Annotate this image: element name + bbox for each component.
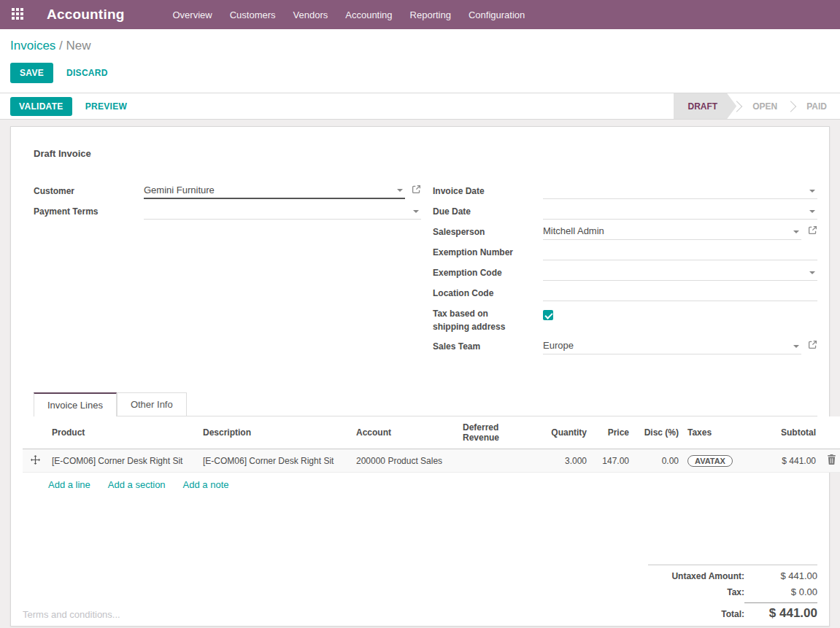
total-label: Total: [721, 609, 744, 619]
invoice-date-input[interactable] [543, 182, 817, 199]
field-tax-shipping: Tax based on shipping address [433, 304, 817, 336]
terms-and-conditions-input[interactable] [23, 609, 490, 620]
payment-terms-input[interactable] [144, 202, 421, 220]
tab-invoice-lines[interactable]: Invoice Lines [34, 392, 117, 416]
tax-shipping-checkbox[interactable] [543, 310, 553, 320]
field-exemption-number: Exemption Number [433, 243, 817, 263]
menu-customers[interactable]: Customers [224, 5, 282, 25]
exemption-code-label: Exemption Code [433, 263, 543, 279]
status-steps: DRAFT OPEN PAID [674, 93, 840, 119]
app-brand-title[interactable]: Accounting [47, 7, 125, 23]
right-field-group: Invoice Date Due Date Salesperson [433, 182, 817, 357]
dropdown-caret-icon[interactable] [413, 210, 419, 213]
apps-menu-icon[interactable] [12, 8, 25, 21]
tax-badge[interactable]: AVATAX [687, 455, 733, 467]
status-step-paid[interactable]: PAID [790, 93, 840, 119]
dropdown-caret-icon[interactable] [793, 345, 799, 348]
preview-button[interactable]: PREVIEW [78, 96, 134, 117]
status-step-open[interactable]: OPEN [736, 93, 790, 119]
add-a-line-link[interactable]: Add a line [48, 479, 90, 490]
location-code-input[interactable] [543, 284, 817, 301]
field-salesperson: Salesperson Mitchell Admin [433, 222, 817, 242]
salesperson-input[interactable]: Mitchell Admin [543, 222, 801, 240]
menu-overview[interactable]: Overview [167, 5, 218, 25]
invoice-form-sheet: Draft Invoice Customer Gemini Furniture … [10, 126, 830, 627]
col-account[interactable]: Account [352, 416, 458, 449]
table-row[interactable]: [E-COM06] Corner Desk Right Sit [E-COM06… [23, 449, 840, 473]
dropdown-caret-icon[interactable] [809, 210, 815, 213]
left-field-group: Customer Gemini Furniture Payment Terms [34, 182, 421, 357]
save-button[interactable]: SAVE [10, 63, 53, 83]
external-link-icon[interactable] [808, 340, 817, 352]
invoice-date-label: Invoice Date [433, 182, 543, 198]
col-subtotal[interactable]: Subtotal [750, 416, 820, 449]
col-deferred-revenue[interactable]: Deferred Revenue [458, 416, 540, 449]
discard-button[interactable]: DISCARD [59, 63, 115, 83]
tax-shipping-label: Tax based on shipping address [433, 304, 531, 333]
menu-accounting[interactable]: Accounting [339, 5, 398, 25]
breadcrumb-invoices-link[interactable]: Invoices [10, 39, 55, 53]
table-header-row: Product Description Account Deferred Rev… [23, 416, 840, 449]
col-price[interactable]: Price [591, 416, 633, 449]
col-taxes[interactable]: Taxes [683, 416, 750, 449]
external-link-icon[interactable] [808, 225, 817, 237]
sales-team-label: Sales Team [433, 337, 543, 353]
menu-configuration[interactable]: Configuration [463, 5, 531, 25]
totals-panel: Untaxed Amount: $ 441.00 Tax: $ 0.00 Tot… [648, 565, 817, 621]
cell-quantity[interactable]: 3.000 [540, 449, 591, 473]
cell-product[interactable]: [E-COM06] Corner Desk Right Sit [47, 449, 199, 473]
exemption-code-input[interactable] [543, 263, 817, 281]
external-link-icon[interactable] [412, 185, 421, 196]
menu-vendors[interactable]: Vendors [288, 5, 334, 25]
dropdown-caret-icon[interactable] [809, 190, 815, 193]
invoice-lines-table: Product Description Account Deferred Rev… [23, 416, 840, 473]
add-a-note-link[interactable]: Add a note [183, 479, 229, 490]
col-description[interactable]: Description [199, 416, 352, 449]
notebook-tabs: Invoice Lines Other Info [34, 392, 817, 416]
breadcrumb-separator: / [59, 39, 63, 53]
customer-input[interactable]: Gemini Furniture [144, 182, 405, 199]
drag-handle-icon[interactable] [31, 455, 40, 467]
line-footer-links: Add a line Add a section Add a note [23, 473, 817, 497]
due-date-input[interactable] [543, 202, 817, 220]
add-a-section-link[interactable]: Add a section [108, 479, 166, 490]
cell-taxes[interactable]: AVATAX [683, 449, 750, 473]
due-date-label: Due Date [433, 202, 543, 218]
sales-team-input[interactable]: Europe [543, 337, 801, 354]
untaxed-amount-label: Untaxed Amount: [671, 571, 744, 581]
dropdown-caret-icon[interactable] [809, 271, 815, 274]
field-payment-terms: Payment Terms [34, 202, 421, 222]
cell-discount[interactable]: 0.00 [633, 449, 683, 473]
untaxed-amount-row: Untaxed Amount: $ 441.00 [648, 570, 817, 581]
field-grid: Customer Gemini Furniture Payment Terms [34, 182, 817, 357]
menu-reporting[interactable]: Reporting [404, 5, 457, 25]
status-step-draft[interactable]: DRAFT [674, 93, 737, 119]
control-panel: Invoices / New SAVE DISCARD [0, 29, 840, 93]
exemption-number-input[interactable] [543, 243, 817, 260]
total-value: $ 441.00 [744, 602, 817, 621]
cell-price[interactable]: 147.00 [591, 449, 633, 473]
col-quantity[interactable]: Quantity [540, 416, 591, 449]
field-customer: Customer Gemini Furniture [34, 182, 421, 201]
cell-deferred-revenue[interactable] [458, 449, 540, 473]
col-discount[interactable]: Disc (%) [633, 416, 683, 449]
cell-account[interactable]: 200000 Product Sales [352, 449, 458, 473]
col-product[interactable]: Product [47, 416, 199, 449]
total-row: Total: $ 441.00 [648, 602, 817, 621]
validate-button[interactable]: VALIDATE [10, 97, 72, 116]
cell-subtotal: $ 441.00 [750, 449, 820, 473]
field-exemption-code: Exemption Code [433, 263, 817, 283]
cell-description[interactable]: [E-COM06] Corner Desk Right Sit [199, 449, 352, 473]
dropdown-caret-icon[interactable] [397, 189, 403, 192]
top-navbar: Accounting Overview Customers Vendors Ac… [0, 0, 840, 29]
form-title: Draft Invoice [34, 148, 817, 159]
main-menu: Overview Customers Vendors Accounting Re… [167, 5, 531, 25]
field-due-date: Due Date [433, 202, 817, 222]
record-actions: SAVE DISCARD [10, 63, 828, 83]
customer-label: Customer [34, 182, 144, 198]
delete-line-icon[interactable] [827, 454, 836, 467]
dropdown-caret-icon[interactable] [793, 230, 799, 233]
tab-other-info[interactable]: Other Info [117, 392, 187, 416]
field-invoice-date: Invoice Date [433, 182, 817, 201]
untaxed-amount-value: $ 441.00 [744, 570, 817, 581]
